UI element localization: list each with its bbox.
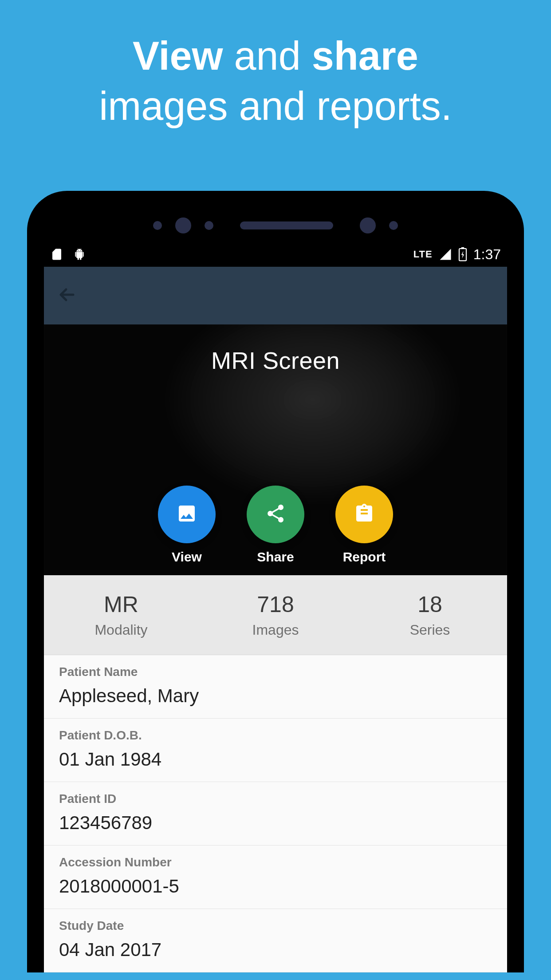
sensor-dot: [205, 221, 213, 230]
sensor-dot: [153, 221, 162, 230]
back-icon[interactable]: [56, 284, 78, 307]
detail-value: 01 Jan 1984: [59, 749, 492, 770]
stat-label: Modality: [94, 622, 147, 638]
status-time: 1:37: [473, 246, 501, 263]
detail-row-patient-name: Patient Name Appleseed, Mary: [44, 655, 507, 719]
details-list: Patient Name Appleseed, Mary Patient D.O…: [44, 655, 507, 972]
stat-images: 718 Images: [198, 575, 353, 655]
detail-row-accession: Accession Number 2018000001-5: [44, 846, 507, 909]
detail-value: 04 Jan 2017: [59, 939, 492, 960]
camera-dot: [175, 217, 191, 233]
detail-row-patient-id: Patient ID 123456789: [44, 782, 507, 846]
android-icon: [72, 247, 87, 261]
detail-row-study-date: Study Date 04 Jan 2017: [44, 909, 507, 972]
detail-label: Patient D.O.B.: [59, 728, 492, 743]
report-action[interactable]: Report: [335, 486, 393, 565]
stat-label: Series: [410, 622, 450, 638]
detail-value: Appleseed, Mary: [59, 685, 492, 707]
stat-value: 718: [257, 592, 294, 617]
stat-modality: MR Modality: [44, 575, 198, 655]
battery-icon: [458, 247, 467, 261]
report-label: Report: [343, 549, 386, 565]
camera-dot: [360, 217, 376, 233]
view-action[interactable]: View: [158, 486, 216, 565]
study-title: MRI Screen: [44, 324, 507, 374]
stat-value: 18: [417, 592, 442, 617]
hero-actions: View Share Repor: [44, 486, 507, 565]
study-hero: MRI Screen View Sh: [44, 324, 507, 575]
headline-word-3: share: [312, 34, 418, 78]
network-label: LTE: [413, 249, 433, 260]
share-label: Share: [257, 549, 294, 565]
svg-point-0: [78, 250, 79, 251]
sensor-dot: [389, 221, 398, 230]
view-button[interactable]: [158, 486, 216, 543]
stat-label: Images: [252, 622, 299, 638]
svg-rect-3: [461, 247, 464, 249]
headline-word-2: and: [234, 34, 301, 78]
svg-point-1: [80, 250, 81, 251]
device-sensors: [44, 209, 507, 242]
detail-label: Patient Name: [59, 665, 492, 679]
view-label: View: [172, 549, 202, 565]
status-bar: LTE 1:37: [44, 242, 507, 267]
share-icon: [265, 503, 286, 526]
stats-bar: MR Modality 718 Images 18 Series: [44, 575, 507, 655]
detail-value: 2018000001-5: [59, 876, 492, 897]
detail-label: Patient ID: [59, 792, 492, 806]
device-speaker: [240, 221, 333, 229]
device-screen: LTE 1:37 MRI Screen: [44, 242, 507, 972]
promo-headline: View and share images and reports.: [0, 0, 551, 131]
device-frame: LTE 1:37 MRI Screen: [27, 191, 524, 972]
signal-icon: [439, 248, 452, 261]
detail-label: Study Date: [59, 919, 492, 933]
app-bar: [44, 267, 507, 324]
report-button[interactable]: [335, 486, 393, 543]
share-button[interactable]: [247, 486, 304, 543]
detail-value: 123456789: [59, 812, 492, 834]
clipboard-icon: [354, 503, 375, 526]
detail-row-patient-dob: Patient D.O.B. 01 Jan 1984: [44, 719, 507, 782]
sd-card-icon: [50, 247, 63, 262]
stat-series: 18 Series: [353, 575, 507, 655]
headline-line-2: images and reports.: [99, 84, 452, 128]
share-action[interactable]: Share: [247, 486, 304, 565]
headline-word-1: View: [133, 34, 223, 78]
image-icon: [176, 503, 197, 526]
detail-label: Accession Number: [59, 855, 492, 869]
stat-value: MR: [104, 592, 138, 617]
